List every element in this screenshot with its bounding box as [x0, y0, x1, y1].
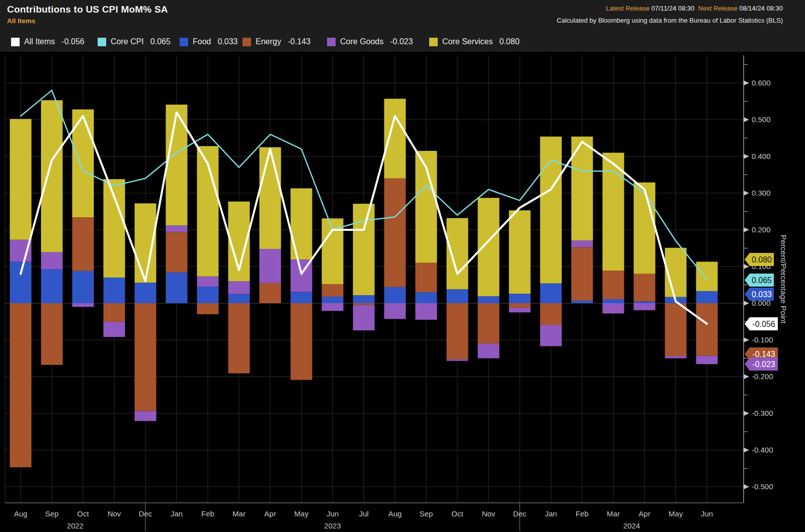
bar-segment-core-goods: [509, 308, 531, 312]
bar-segment-energy: [478, 303, 500, 343]
x-axis-month-label: Jan: [545, 509, 557, 518]
bar-segment-food: [104, 278, 125, 303]
x-axis-month-label: Apr: [264, 509, 276, 518]
bar-segment-core-services: [540, 137, 562, 284]
bar-segment-core-goods: [540, 325, 562, 346]
bar-segment-core-goods: [665, 356, 687, 358]
bar-segment-food: [572, 301, 593, 303]
bar-segment-core-goods: [260, 249, 281, 283]
y-tick-arrow-icon: [744, 264, 749, 269]
x-axis-month-label: Jun: [701, 509, 713, 518]
bar-segment-food: [291, 292, 312, 303]
bar-segment-food: [353, 295, 375, 303]
x-axis-month-label: Sep: [420, 509, 433, 518]
axis-end-label-value: -0.143: [752, 350, 775, 359]
bar-segment-energy: [447, 303, 468, 360]
y-tick-label: 0.600: [752, 78, 771, 87]
bar-segment-food: [478, 296, 500, 303]
bar-segment-core-goods: [197, 277, 219, 287]
y-tick-arrow-icon: [744, 484, 749, 489]
bar-segment-core-services: [696, 262, 718, 291]
y-tick-label: 0.400: [752, 152, 771, 160]
bar-segment-core-goods: [135, 411, 156, 421]
y-tick-label: 0.300: [752, 189, 771, 197]
axis-end-label-value: -0.023: [752, 360, 775, 369]
y-tick-label: -0.300: [752, 409, 773, 417]
y-tick-label: -0.500: [752, 482, 773, 491]
x-axis-month-label: Mar: [232, 509, 246, 518]
bar-segment-core-goods: [104, 322, 125, 337]
bar-segment-core-services: [509, 210, 531, 294]
y-tick-arrow-icon: [744, 374, 749, 379]
bar-segment-food: [228, 294, 250, 303]
bar-segment-energy: [603, 271, 624, 299]
bar-segment-core-goods: [696, 356, 718, 364]
bar-segment-core-services: [634, 183, 656, 274]
bar-segment-core-goods: [353, 305, 375, 330]
bar-segment-food: [197, 287, 219, 303]
x-axis-month-label: Aug: [388, 509, 402, 518]
axis-end-label-value: 0.033: [752, 290, 772, 299]
y-tick-label: -0.200: [752, 372, 773, 381]
bar-segment-core-goods: [603, 303, 624, 313]
bar-segment-core-goods: [384, 303, 406, 319]
bar-segment-food: [322, 297, 344, 303]
x-axis-month-label: Oct: [451, 509, 463, 518]
bar-segment-food: [447, 289, 468, 303]
y-tick-label: -0.400: [752, 446, 773, 454]
y-tick-arrow-icon: [744, 227, 749, 232]
y-tick-label: -0.100: [752, 335, 773, 344]
bar-segment-core-goods: [447, 360, 468, 361]
bar-segment-food: [416, 292, 437, 303]
x-axis-month-label: Jan: [171, 509, 183, 518]
x-axis-year-label: 2024: [623, 521, 640, 530]
bar-segment-energy: [291, 303, 312, 380]
bar-segment-core-goods: [228, 281, 250, 294]
x-axis-month-label: Feb: [576, 509, 589, 518]
bar-segment-food: [166, 273, 188, 303]
bar-segment-energy: [572, 247, 593, 301]
bar-segment-energy: [135, 303, 156, 411]
x-axis-month-label: Jul: [359, 509, 368, 518]
bar-segment-core-services: [478, 198, 500, 296]
bar-segment-food: [603, 299, 624, 303]
bar-segment-energy: [104, 303, 125, 322]
bar-segment-core-services: [10, 119, 32, 240]
bar-segment-core-services: [166, 105, 188, 225]
y-tick-arrow-icon: [744, 117, 749, 122]
bar-segment-energy: [696, 303, 718, 356]
y-tick-arrow-icon: [744, 301, 749, 306]
x-axis-month-label: Mar: [607, 509, 620, 518]
axis-end-label-value: 0.080: [752, 255, 772, 264]
x-axis-month-label: May: [294, 509, 309, 518]
bar-segment-core-services: [353, 204, 375, 295]
bar-segment-core-goods: [478, 343, 500, 358]
bar-segment-energy: [665, 303, 687, 356]
chart-plot-area[interactable]: 0.6000.5000.4000.3000.2000.1000.000-0.10…: [0, 0, 805, 532]
y-tick-arrow-icon: [744, 154, 749, 159]
x-axis-month-label: Apr: [638, 509, 650, 518]
axis-end-label-value: -0.056: [752, 320, 775, 328]
bloomberg-cpi-contributions-chart: Contributions to US CPI MoM% SA All Item…: [0, 0, 805, 532]
bar-segment-energy: [228, 303, 250, 373]
y-tick-arrow-icon: [744, 80, 749, 85]
x-axis-month-label: Feb: [201, 509, 214, 518]
bar-segment-energy: [41, 303, 63, 365]
bar-segment-food: [10, 262, 32, 303]
bar-segment-food: [696, 291, 718, 303]
bar-segment-energy: [10, 303, 32, 467]
x-axis-month-label: Aug: [14, 509, 28, 518]
x-axis-month-label: Jun: [327, 509, 339, 518]
axis-end-label-value: 0.065: [752, 276, 772, 285]
bar-segment-core-services: [260, 147, 281, 249]
bar-segment-energy: [322, 284, 344, 297]
bar-segment-energy: [260, 283, 281, 303]
x-axis-month-label: Nov: [108, 509, 121, 518]
bar-segment-energy: [353, 303, 375, 305]
bar-segment-food: [509, 294, 531, 303]
x-axis-month-label: May: [669, 509, 683, 518]
y-tick-label: 0.500: [752, 115, 771, 124]
bar-segment-core-goods: [41, 252, 63, 270]
bar-segment-food: [634, 301, 656, 303]
bar-segment-energy: [197, 303, 219, 314]
